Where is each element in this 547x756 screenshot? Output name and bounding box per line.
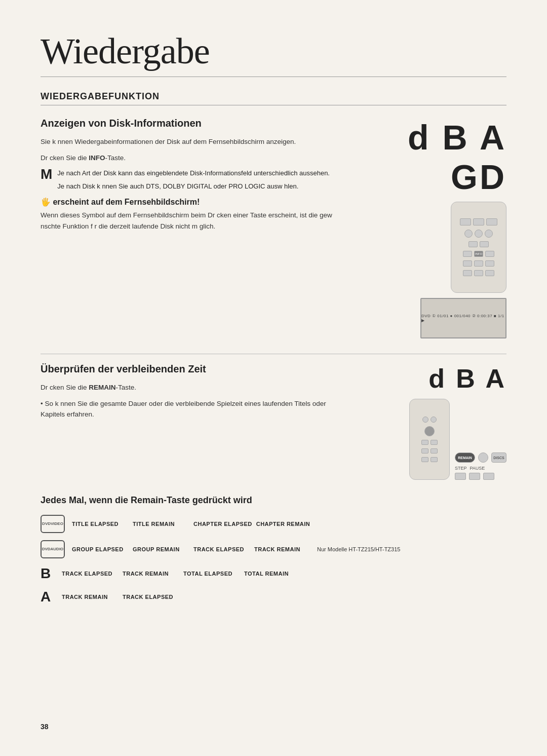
remain-row-dvd-video: DVDVIDEO TITLE ELAPSED TITLE REMAIN CHAP… [41, 515, 506, 533]
cell-title-elapsed: TITLE ELAPSED [72, 521, 133, 527]
subsection1-right: d B A GD INFO [365, 118, 506, 338]
remain-section-title: Jedes Mal, wenn die Remain-Taste gedrück… [41, 495, 506, 506]
screen-display-1: DVD ① 01/01 ● 001/040 ② 0:00:37 ■ 1/1 ▶ [420, 298, 506, 338]
hand-body: Wenn dieses Symbol auf dem Fernsehbildsc… [41, 210, 349, 232]
subsection1-title: Anzeigen von Disk-Informationen [41, 118, 349, 129]
remain-row-dvd-audio: DVDAUDIO GROUP ELAPSED GROUP REMAIN TRAC… [41, 540, 506, 558]
remain-icon-dvd-audio: DVDAUDIO [41, 540, 65, 558]
hand-symbol-row: 🖐 erscheint auf dem Fernsehbildschirm! W… [41, 197, 349, 232]
cell-b-track-elapsed: TRACK ELAPSED [62, 571, 123, 577]
cell-chapter-elapsed: CHAPTER ELAPSED [193, 521, 256, 527]
divider-1 [41, 354, 506, 354]
remain-section: Jedes Mal, wenn die Remain-Taste gedrück… [41, 495, 506, 605]
remote-illustration-2 [409, 399, 450, 480]
subsection2-bullet: • So k nnen Sie die gesamte Dauer oder d… [41, 398, 349, 420]
subsection1-instruction: Dr cken Sie die INFO-Taste. [41, 153, 349, 164]
remain-icon-b: B [41, 565, 55, 582]
subsection-disk-info: Anzeigen von Disk-Informationen Sie k nn… [41, 118, 506, 338]
remain-row2-note: Nur Modelle HT-TZ215/HT-TZ315 [317, 546, 400, 552]
page-title: Wiedergabe [41, 30, 506, 77]
cell-chapter-remain: CHAPTER REMAIN [256, 521, 317, 527]
subsection1-body1: Sie k nnen Wiedergabeinformationen der D… [41, 136, 349, 147]
page-number: 38 [41, 723, 49, 731]
remain-button-panel: REMAIN DISCS STEP PAUSE [455, 452, 506, 480]
note1-text: Je nach Art der Disk kann das eingeblend… [57, 168, 330, 178]
cell-track-remain-audio: TRACK REMAIN [254, 546, 315, 552]
subsection2-instruction: Dr cken Sie die REMAIN-Taste. [41, 382, 349, 393]
cell-b-track-remain: TRACK REMAIN [123, 571, 183, 577]
note2-text: Je nach Disk k nnen Sie auch DTS, DOLBY … [57, 181, 330, 192]
remain-row-b: B TRACK ELAPSED TRACK REMAIN TOTAL ELAPS… [41, 565, 506, 582]
subsection-remain-time: Überprüfen der verbleibenden Zeit Dr cke… [41, 363, 506, 480]
subsection1-note: M Je nach Art der Disk kann das eingeble… [41, 168, 349, 191]
cell-a-track-elapsed: TRACK ELAPSED [123, 594, 183, 600]
cell-b-total-remain: TOTAL REMAIN [244, 571, 305, 577]
remote-remain-area: REMAIN DISCS STEP PAUSE [409, 399, 506, 480]
cell-track-elapsed-audio: TRACK ELAPSED [193, 546, 254, 552]
cell-title-remain: TITLE REMAIN [133, 521, 193, 527]
cell-group-remain: GROUP REMAIN [133, 546, 193, 552]
remain-cells-a: TRACK REMAIN TRACK ELAPSED [62, 594, 506, 600]
subsection2-right: d B A [365, 363, 506, 480]
remain-cells-dvd-video: TITLE ELAPSED TITLE REMAIN CHAPTER ELAPS… [72, 521, 506, 527]
subsection2-badge: d B A [428, 363, 506, 394]
cell-group-elapsed: GROUP ELAPSED [72, 546, 133, 552]
remain-cells-dvd-audio: GROUP ELAPSED GROUP REMAIN TRACK ELAPSED… [72, 546, 506, 552]
cell-a-track-remain: TRACK REMAIN [62, 594, 123, 600]
subsection2-title: Überprüfen der verbleibenden Zeit [41, 363, 349, 375]
remain-icon-dvd-video: DVDVIDEO [41, 515, 65, 533]
subsection1-badge: d B A GD [365, 118, 506, 197]
remain-row-a: A TRACK REMAIN TRACK ELAPSED [41, 589, 506, 605]
remain-icon-a: A [41, 589, 55, 605]
remain-cells-b: TRACK ELAPSED TRACK REMAIN TOTAL ELAPSED… [62, 571, 506, 577]
remote-illustration-1: INFO [451, 202, 506, 293]
cell-b-total-elapsed: TOTAL ELAPSED [183, 571, 244, 577]
section-heading: WIEDERGABEFUNKTION [41, 91, 506, 105]
